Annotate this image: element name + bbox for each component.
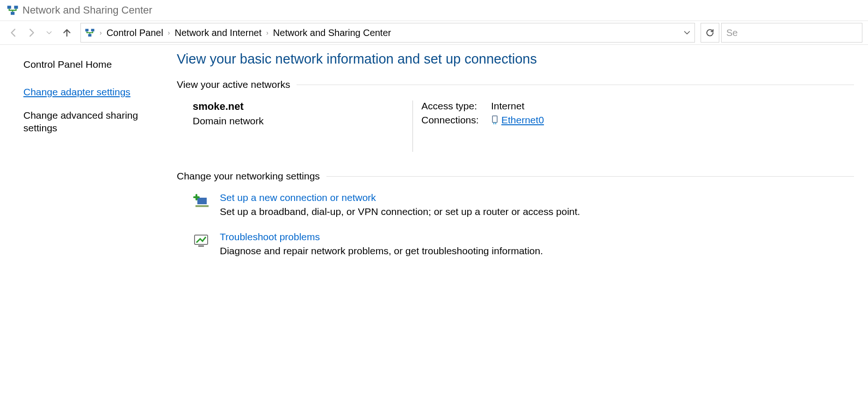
option-desc: Set up a broadband, dial-up, or VPN conn… bbox=[220, 206, 580, 217]
change-adapter-settings-link[interactable]: Change adapter settings bbox=[23, 86, 146, 98]
section-label: Change your networking settings bbox=[177, 171, 320, 182]
troubleshoot-icon bbox=[193, 232, 210, 249]
breadcrumb-item[interactable]: Network and Internet bbox=[175, 28, 262, 38]
refresh-button[interactable] bbox=[701, 23, 719, 43]
access-type-value: Internet bbox=[491, 100, 524, 112]
recent-dropdown[interactable] bbox=[41, 25, 57, 41]
back-button[interactable] bbox=[6, 25, 22, 41]
search-input[interactable]: Se bbox=[721, 23, 862, 43]
search-placeholder: Se bbox=[726, 28, 738, 38]
change-advanced-sharing-link[interactable]: Change advanced sharing settings bbox=[23, 109, 146, 135]
option-desc: Diagnose and repair network problems, or… bbox=[220, 245, 543, 257]
setup-connection-icon bbox=[193, 193, 210, 210]
window-title: Network and Sharing Center bbox=[22, 4, 152, 16]
svg-rect-7 bbox=[197, 198, 207, 204]
section-label: View your active networks bbox=[177, 79, 290, 90]
svg-rect-3 bbox=[85, 29, 88, 32]
svg-rect-0 bbox=[7, 6, 11, 9]
svg-rect-10 bbox=[198, 245, 204, 247]
main-content: View your basic network information and … bbox=[154, 45, 868, 415]
breadcrumb-item[interactable]: Control Panel bbox=[107, 28, 163, 38]
svg-rect-6 bbox=[492, 116, 497, 122]
divider-line bbox=[297, 85, 854, 85]
troubleshoot-option[interactable]: Troubleshoot problems Diagnose and repai… bbox=[193, 231, 854, 257]
setup-connection-option[interactable]: Set up a new connection or network Set u… bbox=[193, 192, 854, 217]
title-bar: Network and Sharing Center bbox=[0, 0, 868, 21]
connections-label: Connections: bbox=[421, 114, 485, 126]
section-change-settings: Change your networking settings bbox=[177, 171, 854, 182]
breadcrumb-item[interactable]: Network and Sharing Center bbox=[273, 28, 391, 38]
network-name: smoke.net bbox=[193, 100, 412, 113]
divider-line bbox=[326, 176, 854, 177]
sidebar: Control Panel Home Change adapter settin… bbox=[0, 45, 154, 415]
forward-button[interactable] bbox=[23, 25, 39, 41]
address-dropdown[interactable] bbox=[683, 29, 691, 36]
address-bar[interactable]: › Control Panel › Network and Internet ›… bbox=[80, 23, 695, 43]
access-type-label: Access type: bbox=[421, 100, 485, 112]
network-icon bbox=[7, 4, 19, 16]
page-heading: View your basic network information and … bbox=[177, 51, 854, 67]
svg-rect-5 bbox=[88, 34, 92, 37]
svg-rect-2 bbox=[11, 12, 14, 15]
chevron-right-icon[interactable]: › bbox=[168, 29, 170, 36]
section-active-networks: View your active networks bbox=[177, 79, 854, 90]
svg-rect-1 bbox=[14, 6, 18, 9]
control-panel-home-link[interactable]: Control Panel Home bbox=[23, 58, 146, 71]
nav-bar: › Control Panel › Network and Internet ›… bbox=[0, 21, 868, 45]
option-title: Set up a new connection or network bbox=[220, 192, 580, 203]
network-icon bbox=[85, 28, 95, 38]
network-type: Domain network bbox=[193, 115, 412, 127]
option-title: Troubleshoot problems bbox=[220, 231, 543, 243]
vertical-divider bbox=[412, 100, 413, 152]
ethernet-icon bbox=[491, 115, 499, 125]
svg-rect-8 bbox=[195, 205, 209, 207]
chevron-right-icon[interactable]: › bbox=[266, 29, 268, 36]
active-network-block: smoke.net Domain network Access type: In… bbox=[193, 100, 854, 152]
chevron-right-icon[interactable]: › bbox=[100, 29, 102, 36]
svg-rect-4 bbox=[91, 29, 94, 32]
connection-link[interactable]: Ethernet0 bbox=[501, 114, 544, 126]
up-button[interactable] bbox=[59, 25, 75, 41]
